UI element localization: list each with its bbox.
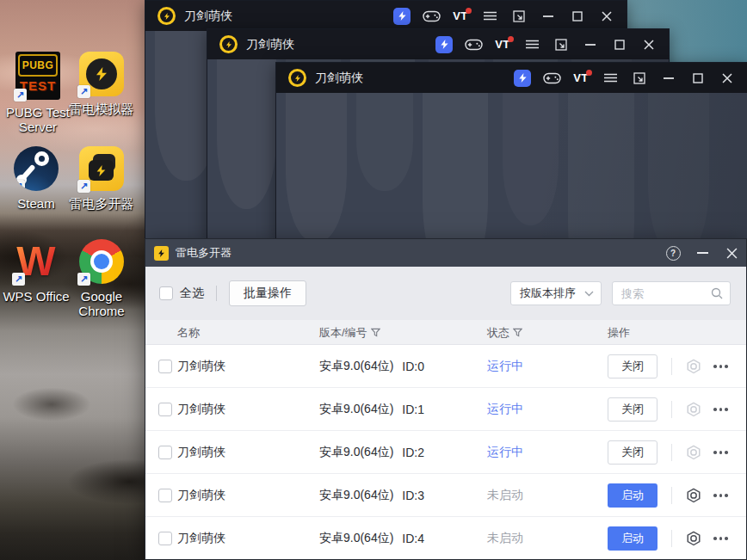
maximize-button[interactable] bbox=[563, 1, 592, 31]
row-checkbox[interactable] bbox=[158, 360, 172, 373]
maximize-button[interactable] bbox=[683, 63, 713, 93]
desktop-icon-label: Google Chrome bbox=[60, 289, 143, 318]
instance-row: 刀剑萌侠 安卓9.0(64位) ID:4 未启动 启动 bbox=[145, 517, 746, 559]
settings-gear-icon[interactable] bbox=[686, 402, 701, 417]
emulator-titlebar[interactable]: 刀剑萌侠 VT bbox=[207, 29, 669, 59]
instance-version: 安卓9.0(64位) ID:3 bbox=[319, 474, 424, 517]
vt-button[interactable]: VT bbox=[566, 63, 596, 93]
start-button[interactable]: 启动 bbox=[608, 483, 657, 508]
ld-multiplayer-icon: ↗ bbox=[79, 146, 124, 191]
dock-window-icon[interactable] bbox=[625, 63, 654, 93]
column-header-name: 名称 bbox=[177, 320, 200, 345]
stop-button[interactable]: 关闭 bbox=[608, 440, 657, 465]
more-options-icon[interactable] bbox=[713, 406, 731, 413]
boost-button[interactable] bbox=[429, 29, 459, 59]
status-badge: 未启动 bbox=[487, 517, 523, 559]
dock-window-icon[interactable] bbox=[546, 29, 576, 59]
window-title: 刀剑萌侠 bbox=[246, 37, 294, 52]
vt-button[interactable]: VT bbox=[446, 1, 475, 31]
menu-icon[interactable] bbox=[475, 1, 504, 31]
divider bbox=[671, 444, 672, 461]
more-options-icon[interactable] bbox=[713, 449, 731, 456]
desktop-icon-ldplayer[interactable]: ↗ 雷电模拟器 bbox=[60, 52, 143, 116]
menu-icon[interactable] bbox=[596, 63, 625, 93]
menu-icon[interactable] bbox=[517, 29, 546, 59]
boost-button[interactable] bbox=[387, 1, 417, 31]
close-button[interactable] bbox=[634, 29, 664, 59]
emulator-titlebar[interactable]: 刀剑萌侠 VT bbox=[145, 1, 627, 31]
search-box bbox=[612, 281, 731, 305]
close-button[interactable] bbox=[713, 63, 742, 93]
sort-dropdown[interactable]: 按版本排序 bbox=[510, 281, 602, 305]
status-badge: 运行中 bbox=[487, 388, 523, 431]
divider bbox=[671, 487, 672, 504]
stop-button[interactable]: 关闭 bbox=[608, 397, 657, 422]
instance-row: 刀剑萌侠 安卓9.0(64位) ID:3 未启动 启动 bbox=[145, 474, 746, 517]
steam-icon: ↗ bbox=[14, 146, 59, 191]
gamepad-icon[interactable] bbox=[459, 29, 488, 59]
minimize-button[interactable] bbox=[688, 239, 717, 267]
shortcut-arrow-icon: ↗ bbox=[77, 180, 90, 193]
more-options-icon[interactable] bbox=[713, 535, 731, 542]
pubg-icon-wordmark: PUBG bbox=[18, 54, 58, 77]
settings-gear-icon[interactable] bbox=[686, 531, 701, 546]
boost-button[interactable] bbox=[508, 63, 537, 93]
desktop-icon-google-chrome[interactable]: ↗ Google Chrome bbox=[60, 239, 143, 318]
close-button[interactable] bbox=[592, 1, 621, 31]
desktop-icon-ld-multiplayer[interactable]: ↗ 雷电多开器 bbox=[60, 146, 143, 211]
select-all-checkbox[interactable] bbox=[159, 286, 173, 300]
settings-gear-icon[interactable] bbox=[686, 445, 701, 460]
row-checkbox[interactable] bbox=[158, 403, 172, 416]
dock-window-icon[interactable] bbox=[504, 1, 534, 31]
gamepad-icon[interactable] bbox=[537, 63, 566, 93]
wps-icon: W ↗ bbox=[14, 239, 59, 284]
instance-id: ID:4 bbox=[402, 532, 424, 545]
instance-name: 刀剑萌侠 bbox=[177, 517, 225, 559]
instance-version: 安卓9.0(64位) ID:4 bbox=[319, 517, 424, 559]
search-icon bbox=[711, 287, 723, 299]
instance-row: 刀剑萌侠 安卓9.0(64位) ID:2 运行中 关闭 bbox=[145, 431, 746, 474]
table-header: 名称 版本/编号 状态 操作 bbox=[145, 320, 746, 345]
row-checkbox[interactable] bbox=[158, 532, 172, 545]
instance-version: 安卓9.0(64位) ID:2 bbox=[319, 431, 424, 474]
filter-icon[interactable] bbox=[513, 328, 522, 337]
shortcut-arrow-icon: ↗ bbox=[77, 85, 90, 98]
gamepad-icon[interactable] bbox=[417, 1, 446, 31]
row-checkbox[interactable] bbox=[158, 489, 172, 502]
status-badge: 运行中 bbox=[487, 431, 523, 474]
stop-button[interactable]: 关闭 bbox=[608, 354, 657, 378]
maximize-button[interactable] bbox=[605, 29, 634, 59]
desktop-icon-label: 雷电模拟器 bbox=[60, 102, 143, 116]
divider bbox=[671, 530, 672, 547]
more-options-icon[interactable] bbox=[713, 492, 731, 499]
minimize-button[interactable] bbox=[654, 63, 683, 93]
instance-row: 刀剑萌侠 安卓9.0(64位) ID:0 运行中 关闭 bbox=[145, 345, 746, 388]
divider bbox=[671, 358, 672, 375]
close-button[interactable] bbox=[717, 239, 746, 267]
start-button[interactable]: 启动 bbox=[608, 526, 657, 551]
ld-multiplayer-logo-icon bbox=[154, 246, 169, 261]
instance-name: 刀剑萌侠 bbox=[177, 431, 225, 474]
batch-operations-button[interactable]: 批量操作 bbox=[229, 280, 306, 306]
vt-button[interactable]: VT bbox=[488, 29, 517, 59]
instance-name: 刀剑萌侠 bbox=[177, 345, 225, 388]
row-checkbox[interactable] bbox=[158, 446, 172, 459]
sort-dropdown-value: 按版本排序 bbox=[520, 286, 584, 301]
search-input[interactable] bbox=[614, 283, 711, 304]
instance-id: ID:3 bbox=[402, 489, 424, 502]
manager-titlebar[interactable]: 雷电多开器 ? bbox=[145, 239, 746, 267]
emulator-titlebar[interactable]: 刀剑萌侠 VT bbox=[276, 63, 747, 93]
minimize-button[interactable] bbox=[576, 29, 605, 59]
more-options-icon[interactable] bbox=[713, 363, 731, 370]
filter-icon[interactable] bbox=[371, 328, 380, 337]
settings-gear-icon[interactable] bbox=[686, 488, 701, 503]
shortcut-arrow-icon: ↗ bbox=[12, 273, 25, 286]
divider bbox=[216, 286, 217, 301]
column-header-version: 版本/编号 bbox=[319, 320, 380, 345]
emulator-window-3: 刀剑萌侠 VT bbox=[275, 62, 747, 239]
help-button[interactable]: ? bbox=[658, 239, 688, 267]
settings-gear-icon[interactable] bbox=[686, 359, 701, 374]
minimize-button[interactable] bbox=[534, 1, 563, 31]
instance-id: ID:2 bbox=[402, 446, 424, 459]
manager-toolbar: 全选 批量操作 按版本排序 bbox=[145, 267, 746, 320]
